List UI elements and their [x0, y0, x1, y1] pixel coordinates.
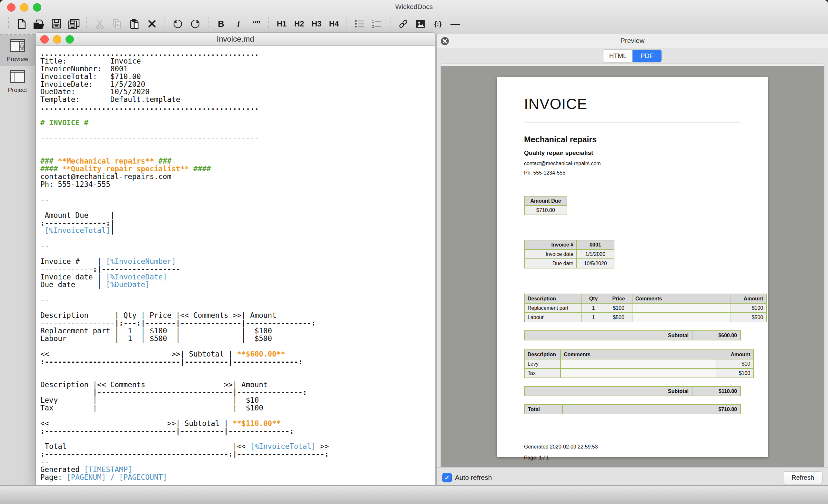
editor-line: ### **Mechanical repairs** ### [40, 158, 433, 165]
horizontal-rule-button[interactable]: — [448, 16, 463, 31]
editor-line: Template: Default.template [40, 96, 433, 103]
link-icon[interactable] [396, 16, 410, 31]
toolbar: Bi“”H1H2H3H412{:}— [0, 14, 828, 34]
heading-4-button[interactable]: H4 [327, 16, 341, 31]
sidebar-item-preview[interactable]: Preview [0, 35, 35, 66]
sidebar: Preview Project [0, 34, 35, 486]
toolbar-separator [346, 17, 347, 30]
save-all-icon[interactable] [67, 16, 81, 31]
editor-line [40, 150, 433, 158]
sidebar-item-project[interactable]: Project [0, 66, 35, 97]
render-mode-segmented-control: HTML PDF [603, 49, 662, 62]
heading-1-button[interactable]: H1 [274, 16, 289, 31]
app-title: WickedDocs [0, 3, 828, 11]
bold-button[interactable]: B [214, 16, 229, 31]
pdf-viewport[interactable]: INVOICE Mechanical repairs Quality repai… [441, 66, 824, 467]
tab-html[interactable]: HTML [604, 50, 632, 62]
heading-3-button[interactable]: H3 [309, 16, 324, 31]
invoice-meta-table: Invoice # 0001 Invoice date1/5/2020Due d… [524, 240, 614, 268]
editor-line [40, 412, 433, 420]
editor-line [40, 435, 433, 443]
total-value: $710.00 [563, 405, 740, 414]
column-header: Description [524, 350, 561, 359]
window-bottom-strip [0, 485, 828, 504]
editor-line: -- [40, 458, 433, 466]
preview-footer-bar: ✓ Auto refresh Refresh [437, 467, 828, 488]
total-label: Total [525, 405, 563, 414]
subtotal-value: $600.00 [692, 331, 740, 340]
meta-header-label: Invoice # [524, 240, 577, 249]
editor-line [40, 204, 433, 212]
editor-line: contact@mechanical-repairs.com [40, 173, 433, 181]
editor-line: Description | Qty | Price |<< Comments >… [40, 312, 433, 320]
italic-glyph: i [238, 19, 240, 29]
auto-refresh-checkbox[interactable]: ✓ [443, 473, 452, 482]
code-button[interactable]: {:} [430, 16, 445, 31]
editor-window: Invoice.md .............................… [36, 32, 435, 486]
editor-line: << >>| Subtotal | **$110.00** [40, 420, 433, 427]
auto-refresh-checkbox-group[interactable]: ✓ Auto refresh [443, 473, 492, 482]
undo-icon[interactable] [170, 16, 185, 31]
editor-line: InvoiceNumber: 0001 [40, 65, 433, 73]
heading-2-button[interactable]: H2 [292, 16, 306, 31]
svg-text:1: 1 [372, 19, 374, 23]
italic-button[interactable]: i [231, 16, 246, 31]
pdf-page: INVOICE Mechanical repairs Quality repai… [497, 77, 768, 457]
main-area: Preview Project Invoice.md .............… [0, 34, 828, 486]
editor-line: Total |<< [%InvoiceTotal] >> [40, 443, 433, 451]
editor-line: -----------------|:---:|-------|--------… [40, 320, 433, 327]
redo-icon[interactable] [188, 16, 203, 31]
editor-line [40, 127, 433, 134]
quote-glyph: “” [252, 18, 260, 29]
preview-title: Preview [437, 37, 828, 45]
editor-line: :-------------------------------|-------… [40, 358, 433, 366]
editor-titlebar[interactable]: Invoice.md [36, 33, 435, 46]
toolbar-separator [165, 17, 165, 30]
sidebar-item-label: Preview [0, 55, 35, 62]
editor-line [40, 111, 433, 119]
open-document-icon[interactable] [32, 16, 46, 31]
preview-container: INVOICE Mechanical repairs Quality repai… [441, 63, 824, 467]
tab-pdf[interactable]: PDF [632, 50, 662, 62]
line-items-table: DescriptionQtyPriceCommentsAmount Replac… [524, 294, 767, 322]
extras-subtotal-bar: Subtotal $110.00 [524, 386, 741, 396]
company-name: Mechanical repairs [524, 135, 741, 144]
editor-line: :---------------------------------------… [40, 451, 433, 458]
refresh-button[interactable]: Refresh [783, 471, 823, 484]
app-window: WickedDocs Bi“”H1H2H3H412{:}— Preview Pr… [0, 0, 828, 504]
preview-pane-icon [10, 48, 25, 53]
markdown-editor[interactable]: ........................................… [36, 46, 435, 486]
quote-button[interactable]: “” [248, 16, 263, 31]
table-row: Due date10/5/2020 [524, 259, 614, 268]
delete-icon[interactable] [144, 16, 159, 31]
save-icon[interactable] [49, 16, 64, 31]
editor-line: -- [40, 297, 433, 304]
editor-line [40, 289, 433, 297]
editor-line: Levy | | $10 [40, 396, 433, 404]
table-row: Levy$10 [524, 359, 753, 369]
table-row: Labour1$500$500 [524, 313, 767, 322]
image-icon[interactable] [413, 16, 428, 31]
meta-header-value: 0001 [577, 240, 614, 249]
titlebar: WickedDocs [0, 0, 828, 14]
preview-header: Preview [437, 34, 828, 48]
copy-icon[interactable] [110, 16, 125, 31]
toolbar-separator [268, 17, 269, 30]
editor-line: Description |<< Comments >>| Amount [40, 381, 433, 389]
editor-line [40, 235, 433, 242]
numbered-list-icon[interactable]: 12 [370, 16, 385, 31]
amount-due-header: Amount Due [524, 196, 567, 206]
heading-1-glyph: H1 [277, 19, 287, 29]
column-header: Amount [716, 350, 753, 359]
cut-icon[interactable] [92, 16, 107, 31]
editor-line: Title: Invoice [40, 57, 433, 65]
toolbar-separator [8, 17, 9, 30]
auto-refresh-label: Auto refresh [455, 474, 492, 481]
new-document-icon[interactable] [14, 16, 29, 31]
bullet-list-icon[interactable] [353, 16, 367, 31]
horizontal-rule-glyph: — [451, 18, 460, 29]
editor-line: -- [40, 242, 433, 250]
editor-line [40, 250, 433, 258]
editor-line [40, 366, 433, 374]
paste-icon[interactable] [127, 16, 142, 31]
